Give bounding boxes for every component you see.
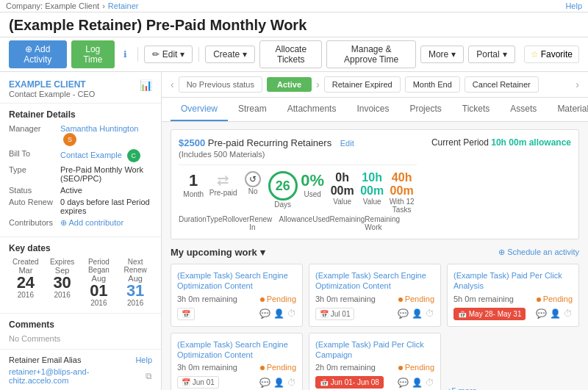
breadcrumb-current[interactable]: Retainer: [108, 1, 139, 10]
upcoming-dropdown-icon[interactable]: ▾: [260, 247, 265, 258]
dates-grid: Created Mar 24 2016 Expires Sep 30 2016 …: [9, 258, 152, 307]
comments-section: Comments No Comments: [0, 314, 161, 350]
tab-assets[interactable]: Assets: [500, 98, 547, 121]
edit-button[interactable]: ✏ Edit ▾: [144, 46, 193, 63]
metrics-labels: Duration Type Rollover Renew In Allowanc…: [179, 214, 417, 231]
time-icon-1[interactable]: ⏱: [287, 308, 296, 319]
prev-arrow[interactable]: ‹: [171, 79, 174, 90]
email-address[interactable]: retainer+1@blips-and-chitz.accelo.com: [9, 367, 143, 385]
metric-allowance: 0% Used: [298, 171, 327, 214]
allowance-sub: Used: [298, 190, 327, 198]
task-title-5[interactable]: (Example Task) Paid Per Click Campaign: [315, 339, 434, 361]
created-label: Created: [9, 258, 43, 266]
cancel-retainer-button[interactable]: Cancel Retainer: [465, 76, 539, 93]
tab-tickets[interactable]: Tickets: [452, 98, 501, 121]
task-time-3: 5h 0m remaining: [453, 295, 514, 303]
next-arrow[interactable]: ›: [316, 79, 320, 90]
page-title: (Example Retainer) Pre-Paid Monthly Work: [9, 17, 579, 34]
period-began-year: 2016: [82, 299, 116, 307]
email-help-link[interactable]: Help: [135, 355, 152, 364]
used-value: 0h 00m: [327, 171, 356, 198]
expires-year: 2016: [46, 291, 79, 299]
breadcrumb: Company: Example Client › Retainer: [6, 1, 138, 10]
more-tasks-link[interactable]: +5 more: [447, 386, 477, 390]
add-contributor-link[interactable]: ⊕ Add contributor: [60, 218, 123, 227]
next-renew-day: 31: [118, 283, 152, 299]
bill-to-link[interactable]: Contact Example: [60, 151, 122, 159]
manager-row: Manager Samantha Huntington S: [9, 124, 152, 146]
comment-icon-5[interactable]: 💬: [398, 378, 409, 388]
task-status-2: Pending: [398, 295, 434, 303]
tab-stream[interactable]: Stream: [228, 98, 277, 121]
action-bar: ⊕ Add Activity Log Time ℹ ✏ Edit ▾ Creat…: [0, 37, 588, 72]
more-button[interactable]: More ▾: [420, 46, 464, 63]
task-card-3: (Example Task) Paid Per Click Analysis 5…: [447, 264, 579, 327]
task-date-2: 📅 Jul 01: [315, 308, 354, 320]
contributors-row: Contributors ⊕ Add contributor: [9, 218, 152, 228]
assign-icon-2[interactable]: 👤: [412, 308, 423, 319]
chart-icon: 📊: [140, 79, 152, 91]
add-activity-button[interactable]: ⊕ Add Activity: [9, 40, 67, 68]
manager-label: Manager: [9, 124, 60, 146]
manage-approve-button[interactable]: Manage & Approve Time: [326, 40, 416, 68]
summary-title-text: Pre-paid Recurring Retainers: [208, 137, 331, 148]
allocate-tickets-button[interactable]: Allocate Tickets: [259, 40, 322, 68]
task-date-3: 📅 May 28- May 31: [453, 308, 526, 320]
prepaid-icon: ⇄: [208, 171, 237, 189]
task-title-3[interactable]: (Example Task) Paid Per Click Analysis: [453, 270, 573, 292]
upcoming-section: My upcoming work ▾ ⊕ Schedule an activit…: [171, 247, 579, 390]
status-row: Status Active: [9, 186, 152, 195]
task-date-4: 📅 Jun 01: [177, 376, 219, 389]
metrics-grid: 1 Month ⇄ Pre-paid ↺: [179, 165, 417, 214]
favorite-button[interactable]: ☆ Favorite: [524, 46, 579, 63]
expires-day: 30: [46, 275, 79, 291]
time-icon-3[interactable]: ⏱: [564, 308, 573, 319]
time-icon-2[interactable]: ⏱: [426, 308, 434, 319]
retainer-expired-button[interactable]: Retainer Expired: [324, 76, 401, 93]
copy-icon[interactable]: ⧉: [146, 371, 152, 381]
tab-materials[interactable]: Materials: [547, 98, 588, 121]
manager-link[interactable]: Samantha Huntington: [60, 124, 138, 133]
assign-icon-1[interactable]: 👤: [273, 308, 284, 319]
assign-icon-4[interactable]: 👤: [273, 378, 284, 388]
period-label: Current Period: [431, 137, 489, 148]
create-button[interactable]: Create ▾: [205, 46, 255, 63]
bill-to-value: Contact Example C: [60, 149, 152, 162]
time-icon-4[interactable]: ⏱: [287, 378, 296, 388]
comment-icon-3[interactable]: 💬: [536, 308, 547, 319]
upcoming-title: My upcoming work ▾: [171, 247, 265, 258]
portal-button[interactable]: Portal ▾: [468, 46, 514, 63]
comment-icon-2[interactable]: 💬: [398, 308, 409, 319]
task-title-1[interactable]: (Example Task) Search Engine Optimizatio…: [177, 270, 296, 292]
comment-icon-4[interactable]: 💬: [259, 378, 270, 388]
email-alias-header: Retainer Email Alias Help: [9, 355, 152, 364]
log-time-button[interactable]: Log Time: [71, 40, 115, 68]
comment-icon-1[interactable]: 💬: [259, 308, 270, 319]
next-renew-date: Next Renew Aug 31 2016: [118, 258, 152, 307]
tab-overview[interactable]: Overview: [171, 98, 228, 121]
task-title-4[interactable]: (Example Task) Search Engine Optimizatio…: [177, 339, 296, 361]
task-card-1: (Example Task) Search Engine Optimizatio…: [171, 264, 303, 327]
tab-invoices[interactable]: Invoices: [346, 98, 399, 121]
remaining-label: Remaining: [330, 215, 365, 231]
client-name[interactable]: EXAMPLE CLIENT: [9, 79, 95, 90]
assign-icon-3[interactable]: 👤: [550, 308, 561, 319]
nav-right-arrow[interactable]: ›: [576, 79, 579, 90]
assign-icon-5[interactable]: 👤: [412, 378, 423, 388]
time-icon-5[interactable]: ⏱: [426, 378, 434, 388]
task-footer-3: 📅 May 28- May 31 💬 👤 ⏱: [453, 308, 573, 320]
info-icon[interactable]: ℹ: [119, 46, 132, 62]
key-dates-title: Key dates: [9, 243, 152, 253]
period-began-date: Period Began Aug 01 2016: [82, 258, 116, 307]
client-info: EXAMPLE CLIENT Contact Example - CEO: [9, 79, 95, 98]
rollover-icon: ↺: [245, 171, 261, 187]
help-link[interactable]: Help: [565, 1, 582, 10]
month-end-button[interactable]: Month End: [405, 76, 460, 93]
summary-amount: $2500: [179, 137, 205, 148]
tab-projects[interactable]: Projects: [399, 98, 451, 121]
task-status-5: Pending: [398, 363, 434, 372]
task-title-2[interactable]: (Example Task) Search Engine Optimizatio…: [315, 270, 434, 292]
schedule-activity-link[interactable]: ⊕ Schedule an activity: [498, 248, 579, 257]
tab-attachments[interactable]: Attachments: [277, 98, 347, 121]
summary-edit-link[interactable]: Edit: [340, 139, 354, 148]
